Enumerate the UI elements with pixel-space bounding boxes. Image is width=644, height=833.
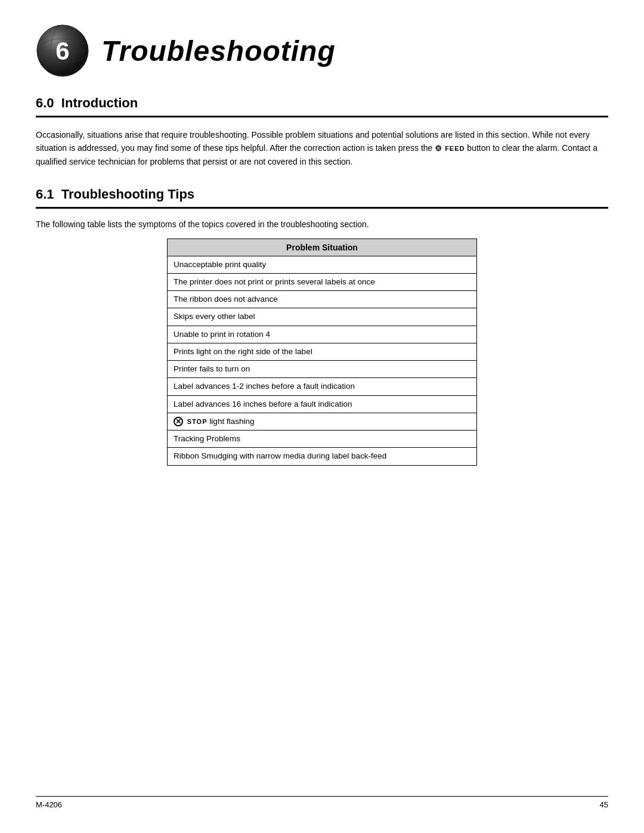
intro-paragraph: Occasionally, situations arise that requ… [36, 128, 608, 169]
stop-label: STOP [187, 418, 210, 425]
section-60-rule [36, 116, 608, 117]
section-61-heading: 6.1 Troubleshooting Tips [36, 187, 608, 202]
stop-description: light flashing [209, 417, 254, 426]
section-60: 6.0 Introduction Occasionally, situation… [36, 95, 608, 169]
footer-model: M-4206 [36, 800, 62, 809]
chapter-title: Troubleshooting [101, 35, 336, 67]
table-cell: The ribbon does not advance [168, 291, 477, 308]
table-cell: Skips every other label [168, 308, 477, 326]
table-cell: Label advances 1-2 inches before a fault… [168, 378, 477, 395]
feed-icon: ⯐ [435, 144, 442, 153]
section-60-title: Introduction [61, 95, 138, 110]
tips-intro-text: The following table lists the symptoms o… [36, 219, 608, 229]
table-row: Skips every other label [168, 308, 477, 326]
footer-page-number: 45 [600, 800, 608, 809]
table-header: Problem Situation [168, 239, 477, 256]
table-cell: Label advances 16 inches before a fault … [168, 395, 477, 413]
table-row: The printer does not print or prints sev… [168, 273, 477, 290]
table-cell: The printer does not print or prints sev… [168, 273, 477, 290]
table-cell: Ribbon Smudging with narrow media during… [168, 448, 477, 465]
stop-circle-icon: ✕ [174, 417, 183, 426]
svg-text:6: 6 [55, 37, 69, 65]
page: 6 Troubleshooting 6.0 Introduction Occas… [0, 0, 644, 833]
section-61: 6.1 Troubleshooting Tips The following t… [36, 187, 608, 466]
table-cell: Unacceptable print quality [168, 256, 477, 273]
table-cell: Tracking Problems [168, 431, 477, 448]
chapter-header: 6 Troubleshooting [36, 24, 608, 78]
section-61-rule [36, 207, 608, 209]
feed-label: FEED [445, 145, 465, 152]
section-61-number: 6.1 [36, 187, 54, 202]
table-row-stop: ✕ STOP light flashing [168, 413, 477, 430]
table-row: Label advances 1-2 inches before a fault… [168, 378, 477, 395]
problem-situation-table: Problem Situation Unacceptable print qua… [167, 239, 477, 466]
table-row: Unable to print in rotation 4 [168, 326, 477, 343]
table-row: Unacceptable print quality [168, 256, 477, 273]
tips-table-wrapper: Problem Situation Unacceptable print qua… [36, 239, 608, 466]
page-footer: M-4206 45 [36, 796, 608, 809]
table-row: Ribbon Smudging with narrow media during… [168, 448, 477, 465]
table-row: The ribbon does not advance [168, 291, 477, 308]
section-61-title: Troubleshooting Tips [61, 187, 194, 202]
table-cell: Unable to print in rotation 4 [168, 326, 477, 343]
table-row: Printer fails to turn on [168, 361, 477, 378]
table-row: Tracking Problems [168, 431, 477, 448]
table-cell: Printer fails to turn on [168, 361, 477, 378]
section-60-number: 6.0 [36, 95, 54, 110]
table-row: Label advances 16 inches before a fault … [168, 395, 477, 413]
table-cell: Prints light on the right side of the la… [168, 343, 477, 360]
table-cell-stop: ✕ STOP light flashing [168, 413, 477, 430]
section-60-heading: 6.0 Introduction [36, 95, 608, 111]
chapter-icon: 6 [36, 24, 89, 78]
table-row: Prints light on the right side of the la… [168, 343, 477, 360]
